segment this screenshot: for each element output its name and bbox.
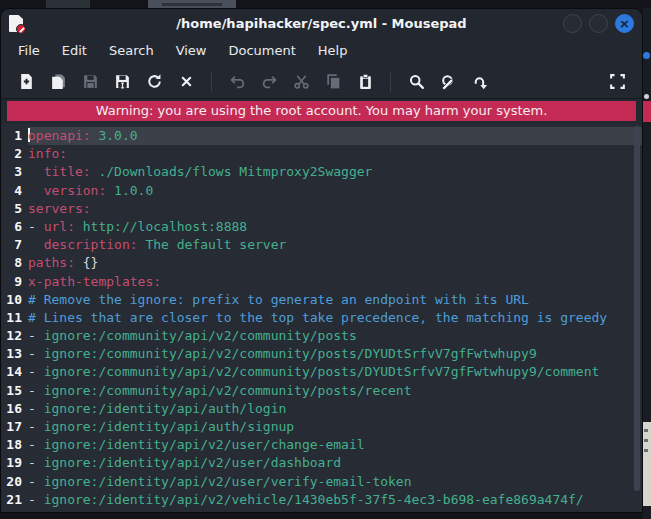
code-line-17[interactable]: 17- ignore:/identity/api/auth/signup (1, 418, 642, 436)
code-text: - url: http://localhost:8888 (28, 218, 642, 236)
code-text: servers: (28, 200, 642, 218)
menu-help[interactable]: Help (307, 38, 359, 63)
line-number: 14 (1, 363, 28, 381)
line-number: 17 (1, 418, 28, 436)
go-to-line-icon (472, 73, 489, 90)
code-line-4[interactable]: 4 version: 1.0.0 (1, 182, 642, 200)
close-button[interactable]: × (615, 14, 634, 33)
paste-button[interactable] (349, 68, 381, 96)
redo-button[interactable] (253, 68, 285, 96)
code-line-6[interactable]: 6- url: http://localhost:8888 (1, 218, 642, 236)
code-line-9[interactable]: 9x-path-templates: (1, 273, 642, 291)
vertical-scrollbar[interactable] (634, 126, 640, 510)
find-icon (408, 73, 425, 90)
line-number: 4 (1, 182, 28, 200)
open-file-button[interactable] (42, 68, 74, 96)
maximize-button[interactable] (589, 14, 608, 33)
toolbar-separator (390, 72, 391, 92)
code-line-13[interactable]: 13- ignore:/community/api/v2/community/p… (1, 345, 642, 363)
copy-button[interactable] (317, 68, 349, 96)
mousepad-app-icon (9, 15, 23, 32)
title-bar[interactable]: /home/hapihacker/spec.yml - Mousepad × (1, 9, 642, 36)
copy-icon (325, 73, 342, 90)
save-as-icon (114, 73, 131, 90)
find-button[interactable] (400, 68, 432, 96)
close-document-button[interactable] (170, 68, 202, 96)
code-line-11[interactable]: 11# Lines that are closer to the top tak… (1, 309, 642, 327)
menu-search[interactable]: Search (98, 38, 165, 63)
text-editor[interactable]: 1openapi: 3.0.02info:3 title: ./Download… (1, 124, 642, 512)
menu-edit[interactable]: Edit (51, 38, 98, 63)
fullscreen-button[interactable] (601, 68, 633, 96)
line-number: 8 (1, 254, 28, 272)
go-to-line-button[interactable] (464, 68, 496, 96)
code-line-8[interactable]: 8paths: {} (1, 254, 642, 272)
code-text: - ignore:/community/api/v2/community/pos… (28, 345, 642, 363)
code-line-12[interactable]: 12- ignore:/community/api/v2/community/p… (1, 327, 642, 345)
background-light-panel-fragment (643, 422, 651, 506)
code-text: openapi: 3.0.0 (28, 127, 642, 145)
code-text: - ignore:/identity/api/v2/user/verify-em… (28, 473, 642, 491)
code-text: description: The default server (28, 236, 642, 254)
code-text: x-path-templates: (28, 273, 642, 291)
scrollbar-thumb[interactable] (634, 126, 640, 491)
line-number: 20 (1, 473, 28, 491)
undo-button[interactable] (221, 68, 253, 96)
undo-icon (229, 73, 246, 90)
line-number: 15 (1, 382, 28, 400)
menu-view[interactable]: View (165, 38, 218, 63)
line-number: 3 (1, 163, 28, 181)
code-line-5[interactable]: 5servers: (1, 200, 642, 218)
code-line-18[interactable]: 18- ignore:/identity/api/v2/user/change-… (1, 436, 642, 454)
new-document-icon (18, 73, 35, 90)
line-number: 10 (1, 291, 28, 309)
line-number: 22 (1, 509, 28, 512)
code-text: - ignore:/identity/api/v2/user/dashboard (28, 454, 642, 472)
line-number: 6 (1, 218, 28, 236)
menu-file[interactable]: File (7, 38, 51, 63)
minimize-button[interactable] (563, 14, 582, 33)
code-text: - ignore:/identity/api/auth/signup (28, 418, 642, 436)
code-text: version: 1.0.0 (28, 182, 642, 200)
code-text: - ignore:/identity/api/v2/vehicle/1430eb… (28, 491, 642, 509)
code-line-16[interactable]: 16- ignore:/identity/api/auth/login (1, 400, 642, 418)
code-line-21[interactable]: 21- ignore:/identity/api/v2/vehicle/1430… (1, 491, 642, 509)
code-line-22[interactable]: 22 location (1, 509, 642, 512)
code-text: paths: {} (28, 254, 642, 272)
background-dot-fragment (644, 94, 649, 99)
line-number: 1 (1, 127, 28, 145)
code-text: - ignore:/identity/api/v2/user/change-em… (28, 436, 642, 454)
code-text: title: ./Downloads/flows Mitmproxy2Swagg… (28, 163, 642, 181)
root-warning-banner: Warning: you are using the root account.… (7, 101, 636, 121)
line-number: 19 (1, 454, 28, 472)
code-line-1[interactable]: 1openapi: 3.0.0 (1, 127, 642, 145)
code-line-20[interactable]: 20- ignore:/identity/api/v2/user/verify-… (1, 473, 642, 491)
open-file-icon (50, 73, 67, 90)
code-line-10[interactable]: 10# Remove the ignore: prefix to generat… (1, 291, 642, 309)
find-replace-button[interactable] (432, 68, 464, 96)
code-line-19[interactable]: 19- ignore:/identity/api/v2/user/dashboa… (1, 454, 642, 472)
save-icon (82, 73, 99, 90)
code-line-15[interactable]: 15- ignore:/community/api/v2/community/p… (1, 382, 642, 400)
code-line-3[interactable]: 3 title: ./Downloads/flows Mitmproxy2Swa… (1, 163, 642, 181)
code-text: - ignore:/identity/api/auth/login (28, 400, 642, 418)
line-number: 7 (1, 236, 28, 254)
code-text: - ignore:/community/api/v2/community/pos… (28, 363, 642, 381)
reload-button[interactable] (138, 68, 170, 96)
background-window-right-sliver (643, 8, 651, 519)
find-replace-icon (440, 73, 457, 90)
code-line-14[interactable]: 14- ignore:/community/api/v2/community/p… (1, 363, 642, 381)
code-text: - ignore:/community/api/v2/community/pos… (28, 382, 642, 400)
cut-button[interactable] (285, 68, 317, 96)
redo-icon (261, 73, 278, 90)
save-button[interactable] (74, 68, 106, 96)
paste-icon (357, 73, 374, 90)
warning-text: Warning: you are using the root account.… (96, 103, 548, 118)
new-document-button[interactable] (10, 68, 42, 96)
code-line-2[interactable]: 2info: (1, 145, 642, 163)
reload-icon (146, 73, 163, 90)
menu-document[interactable]: Document (217, 38, 306, 63)
save-as-button[interactable] (106, 68, 138, 96)
code-line-7[interactable]: 7 description: The default server (1, 236, 642, 254)
close-document-icon (178, 73, 195, 90)
